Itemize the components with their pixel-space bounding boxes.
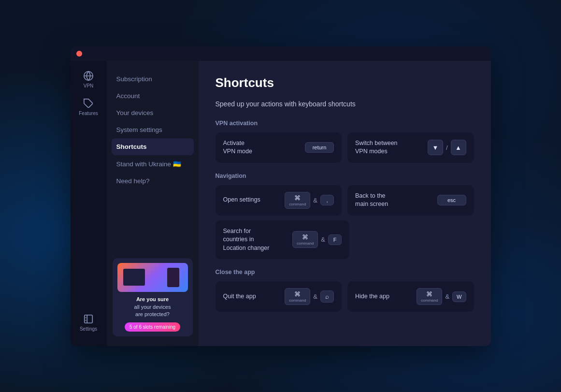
icon-sidebar: VPN Features bbox=[71, 61, 107, 346]
vpn-label: VPN bbox=[84, 83, 94, 88]
nav-item-shortcuts[interactable]: Shortcuts bbox=[112, 138, 194, 155]
svg-rect-2 bbox=[85, 315, 93, 323]
main-content: Shortcuts Speed up your actions with key… bbox=[199, 61, 491, 346]
open-settings-keys: ⌘ command & , bbox=[285, 192, 334, 209]
shortcut-back-main: Back to themain screen esc bbox=[347, 185, 474, 216]
shortcut-open-settings: Open settings ⌘ command & , bbox=[216, 185, 342, 216]
promo-card[interactable]: Are you sure all your devices are protec… bbox=[113, 258, 193, 336]
key-sep-slash: / bbox=[446, 144, 448, 151]
key-f: F bbox=[328, 234, 342, 245]
nav-item-account[interactable]: Account bbox=[107, 87, 199, 104]
sidebar-item-vpn[interactable]: VPN bbox=[79, 66, 98, 93]
nav-item-need-help[interactable]: Need help? bbox=[107, 173, 199, 189]
promo-text: Are you sure all your devices are protec… bbox=[117, 296, 188, 318]
search-countries-label: Search forcountries inLocation changer bbox=[223, 227, 288, 253]
nav-item-subscription[interactable]: Subscription bbox=[107, 71, 199, 87]
nav-item-stand-with-ukraine[interactable]: Stand with Ukraine 🇺🇦 bbox=[107, 155, 199, 173]
key-q: ⌕ bbox=[320, 290, 334, 303]
section-close-app: Close the app Quit the app ⌘ command & ⌕ bbox=[216, 269, 474, 312]
key-sep-and-4: & bbox=[445, 293, 449, 300]
window-body: VPN Features bbox=[71, 61, 491, 346]
key-sep-and-2: & bbox=[321, 236, 325, 243]
nav-sidebar: Subscription Account Your devices System… bbox=[107, 61, 199, 346]
svg-point-5 bbox=[85, 319, 86, 320]
section-vpn-activation: VPN activation ActivateVPN mode return S… bbox=[216, 120, 474, 163]
shortcut-search-countries: Search forcountries inLocation changer ⌘… bbox=[216, 220, 350, 260]
section-title-close: Close the app bbox=[216, 269, 474, 276]
shortcut-switch-vpn: Switch betweenVPN modes ▼ / ▲ bbox=[347, 132, 474, 163]
nav-item-system-settings[interactable]: System settings bbox=[107, 121, 199, 138]
search-countries-keys: ⌘ command & F bbox=[292, 231, 342, 248]
section-title-vpn: VPN activation bbox=[216, 120, 474, 127]
shortcut-quit-app: Quit the app ⌘ command & ⌕ bbox=[216, 281, 342, 312]
traffic-light-close[interactable] bbox=[76, 51, 82, 57]
key-sep-and-1: & bbox=[313, 197, 317, 204]
titlebar bbox=[71, 46, 491, 61]
quit-app-label: Quit the app bbox=[223, 292, 280, 301]
shortcut-row-nav-2: Search forcountries inLocation changer ⌘… bbox=[216, 220, 474, 260]
key-arrow-down: ▼ bbox=[428, 140, 443, 155]
svg-point-4 bbox=[85, 317, 86, 318]
key-return: return bbox=[305, 142, 334, 153]
page-title: Shortcuts bbox=[216, 75, 474, 90]
back-main-label: Back to themain screen bbox=[355, 192, 432, 209]
shortcut-row-nav-1: Open settings ⌘ command & , Back to them… bbox=[216, 185, 474, 216]
icon-sidebar-top: VPN Features bbox=[79, 66, 98, 309]
features-label: Features bbox=[79, 111, 98, 116]
activate-vpn-keys: return bbox=[305, 142, 334, 153]
hide-app-label: Hide the app bbox=[355, 292, 412, 301]
hide-app-keys: ⌘ command & W bbox=[417, 288, 466, 305]
switch-vpn-keys: ▼ / ▲ bbox=[428, 140, 466, 155]
nav-sidebar-top: Subscription Account Your devices System… bbox=[107, 71, 199, 254]
shortcut-row-vpn: ActivateVPN mode return Switch betweenVP… bbox=[216, 132, 474, 163]
key-cmd-settings: ⌘ command bbox=[285, 192, 310, 209]
shortcut-activate-vpn: ActivateVPN mode return bbox=[216, 132, 342, 163]
promo-badge[interactable]: 5 of 6 slots remaining bbox=[125, 322, 180, 332]
key-w: W bbox=[452, 291, 466, 302]
activate-vpn-label: ActivateVPN mode bbox=[223, 139, 301, 156]
key-arrow-up: ▲ bbox=[451, 140, 466, 155]
settings-label: Settings bbox=[80, 326, 97, 332]
back-main-keys: esc bbox=[437, 195, 466, 205]
shortcut-hide-app: Hide the app ⌘ command & W bbox=[347, 281, 474, 312]
switch-vpn-label: Switch betweenVPN modes bbox=[355, 139, 423, 156]
sidebar-item-features[interactable]: Features bbox=[79, 93, 98, 121]
key-cmd-quit: ⌘ command bbox=[285, 288, 310, 305]
open-settings-label: Open settings bbox=[223, 196, 280, 204]
section-navigation: Navigation Open settings ⌘ command & , bbox=[216, 173, 474, 260]
app-window: VPN Features bbox=[71, 46, 491, 346]
key-cmd-search: ⌘ command bbox=[292, 231, 318, 248]
key-cmd-hide: ⌘ command bbox=[417, 288, 442, 305]
quit-app-keys: ⌘ command & ⌕ bbox=[285, 288, 334, 305]
section-title-nav: Navigation bbox=[216, 173, 474, 179]
shortcut-row-close: Quit the app ⌘ command & ⌕ Hide the app bbox=[216, 281, 474, 312]
icon-sidebar-bottom: Settings bbox=[80, 309, 97, 341]
promo-image bbox=[117, 263, 188, 292]
nav-item-your-devices[interactable]: Your devices bbox=[107, 104, 199, 121]
key-esc: esc bbox=[437, 195, 466, 205]
page-subtitle: Speed up your actions with keyboard shor… bbox=[216, 100, 474, 108]
key-sep-and-3: & bbox=[313, 293, 317, 300]
sidebar-item-settings[interactable]: Settings bbox=[80, 309, 97, 336]
key-comma: , bbox=[320, 195, 334, 205]
